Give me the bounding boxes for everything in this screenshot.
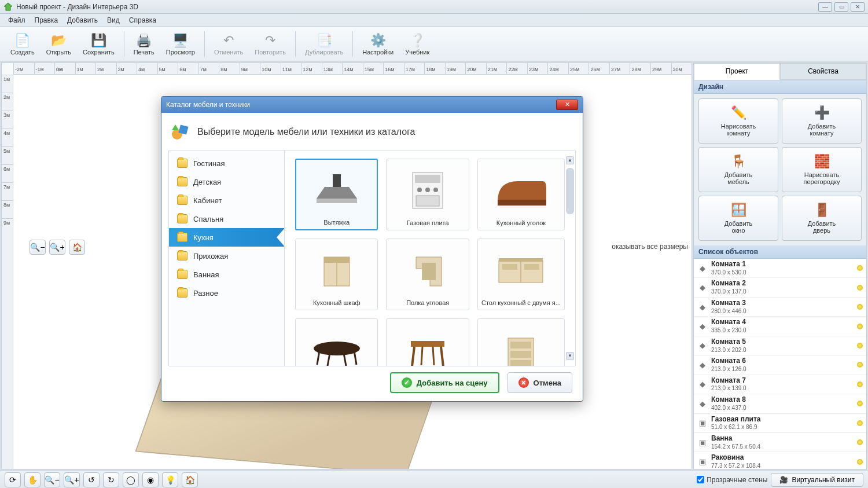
object-row[interactable]: ◆ Комната 4335.0 x 230.0 [694,317,866,336]
btn-draw-room[interactable]: ✏️Нарисоватькомнату [698,98,778,144]
show-all-sizes-label[interactable]: оказывать все размеры [612,243,688,251]
visibility-dot[interactable] [857,439,863,445]
tab-properties[interactable]: Свойства [780,63,866,80]
object-icon: ▣ [697,457,708,467]
virtual-visit-button[interactable]: 🎥 Виртуальный визит [771,473,863,487]
category-item[interactable]: Кухня [169,228,284,247]
tb-preview[interactable]: 🖥️Просмотр [160,30,201,58]
cancel-button[interactable]: Отмена [507,372,572,393]
visibility-dot[interactable] [857,304,863,310]
object-row[interactable]: ▣ Ванна154.2 x 67.5 x 50.4 [694,433,866,452]
category-item[interactable]: Гостиная [169,154,284,173]
bt-rotate-left[interactable]: ↺ [83,472,100,487]
object-row[interactable]: ◆ Комната 3280.0 x 446.0 [694,298,866,317]
bt-pan[interactable]: ✋ [24,472,41,487]
furniture-item[interactable]: Стол кухонный с двумя я... [477,239,565,310]
bt-lasso-add[interactable]: ◉ [142,472,159,487]
bt-zoom-out[interactable]: 🔍− [44,472,60,487]
category-item[interactable]: Кабинет [169,191,284,210]
tb-undo[interactable]: ↶Отменить [208,30,249,58]
tb-open[interactable]: 📂Открыть [41,30,77,58]
dialog-close-button[interactable]: ✕ [556,100,578,110]
btn-add-door[interactable]: 🚪Добавитьдверь [782,196,862,241]
visibility-dot[interactable] [857,459,863,465]
object-row[interactable]: ◆ Комната 7213.0 x 139.0 [694,375,866,394]
object-row[interactable]: ◆ Комната 1370.0 x 530.0 [694,259,866,278]
bt-home[interactable]: 🏠 [182,472,198,487]
item-thumb [300,163,373,217]
bt-light[interactable]: 💡 [162,472,178,487]
menu-edit[interactable]: Правка [30,15,63,25]
side-panel: Проект Свойства Дизайн ✏️Нарисоватькомна… [693,63,867,469]
tb-save[interactable]: 💾Сохранить [77,30,120,58]
visibility-dot[interactable] [857,362,863,368]
folder-icon [177,233,187,242]
svg-rect-6 [317,199,357,203]
bt-360[interactable]: ⟳ [5,472,21,487]
furniture-item[interactable]: Газовая плита [386,159,469,230]
furniture-item[interactable]: Кухонный уголок [477,159,565,230]
bt-rotate-right[interactable]: ↻ [103,472,119,487]
home-view-button[interactable]: 🏠 [69,240,85,255]
furniture-item[interactable]: Вытяжка [295,159,378,230]
object-row[interactable]: ◆ Комната 2370.0 x 137.0 [694,278,866,297]
transparent-walls-checkbox[interactable] [697,476,704,483]
menu-help[interactable]: Справка [124,15,161,25]
tb-create[interactable]: 📄Создать [5,30,41,58]
furniture-item[interactable] [477,318,565,366]
dialog-titlebar[interactable]: Каталог мебели и техники ✕ [161,97,583,113]
object-row[interactable]: ▣ Раковина77.3 x 57.2 x 108.4 [694,452,866,469]
furniture-item[interactable] [295,318,378,366]
visibility-dot[interactable] [857,420,863,426]
btn-draw-partition[interactable]: 🧱Нарисоватьперегородку [782,147,862,192]
visibility-dot[interactable] [857,265,863,271]
category-item[interactable]: Детская [169,173,284,191]
object-row[interactable]: ◆ Комната 5213.0 x 202.0 [694,336,866,355]
maximize-button[interactable]: ▭ [834,2,848,12]
menu-file[interactable]: Файл [3,15,30,25]
zoom-out-button[interactable]: 🔍− [30,240,46,255]
design-header: Дизайн [694,80,866,94]
tab-project[interactable]: Проект [694,63,780,80]
category-list[interactable]: ГостинаяДетскаяКабинетСпальняКухняПрихож… [169,151,285,366]
object-row[interactable]: ◆ Комната 8402.0 x 437.0 [694,394,866,413]
scroll-up[interactable]: ▲ [566,156,574,164]
object-row[interactable]: ▣ Газовая плита51.0 x 62.1 x 86.9 [694,414,866,433]
item-grid[interactable]: ВытяжкаГазовая плитаКухонный уголокКухон… [285,151,575,366]
grid-scrollbar[interactable]: ▲ ▼ [566,156,574,360]
furniture-item[interactable] [386,318,469,366]
visibility-dot[interactable] [857,324,863,329]
visibility-dot[interactable] [857,285,863,291]
btn-add-window[interactable]: 🪟Добавитьокно [698,196,778,241]
furniture-item[interactable]: Кухонный шкаф [295,239,378,310]
scroll-down[interactable]: ▼ [566,352,574,360]
minimize-button[interactable]: — [818,2,832,12]
bt-zoom-in[interactable]: 🔍+ [64,472,80,487]
category-item[interactable]: Ванная [169,265,284,284]
furniture-item[interactable]: Полка угловая [386,239,469,310]
category-item[interactable]: Прихожая [169,247,284,265]
btn-add-furniture[interactable]: 🪑Добавитьмебель [698,147,778,192]
close-button[interactable]: ✕ [851,2,865,12]
scroll-thumb[interactable] [566,168,574,214]
tb-redo[interactable]: ↷Повторить [249,30,292,58]
zoom-in-button[interactable]: 🔍+ [49,240,65,255]
transparent-walls-toggle[interactable]: Прозрачные стены [697,476,767,484]
item-label: Полка угловая [390,297,465,306]
tb-settings[interactable]: ⚙️Настройки [356,30,399,58]
tb-duplicate[interactable]: 📑Дублировать [299,30,349,58]
object-row[interactable]: ◆ Комната 6213.0 x 126.0 [694,355,866,375]
visibility-dot[interactable] [857,401,863,406]
menu-add[interactable]: Добавить [62,15,102,25]
category-item[interactable]: Разное [169,284,284,302]
object-list[interactable]: ◆ Комната 1370.0 x 530.0 ◆ Комната 2370.… [694,259,866,469]
category-item[interactable]: Спальня [169,210,284,228]
visibility-dot[interactable] [857,381,863,387]
menu-view[interactable]: Вид [102,15,124,25]
tb-tutorial[interactable]: ❔Учебник [399,30,435,58]
tb-print[interactable]: 🖨️Печать [128,30,160,58]
add-to-scene-button[interactable]: Добавить на сцену [390,372,499,393]
btn-add-room[interactable]: ➕Добавитькомнату [782,98,862,144]
bt-lasso[interactable]: ◯ [123,472,139,487]
visibility-dot[interactable] [857,343,863,348]
